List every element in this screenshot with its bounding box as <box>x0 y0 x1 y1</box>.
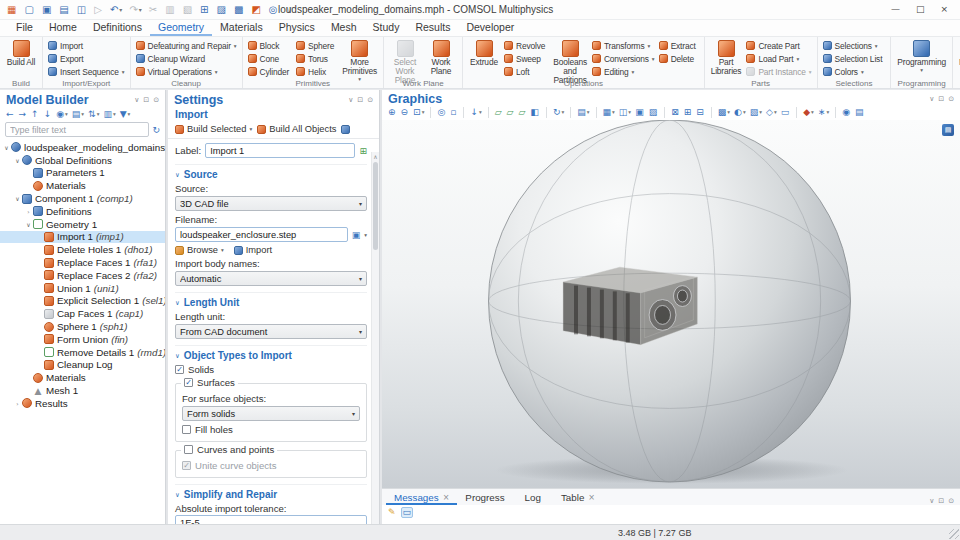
tree-item-root[interactable]: ∨ loudspeaker_modeling_domains.mph (root… <box>0 141 165 154</box>
tab-results[interactable]: Results <box>407 20 458 36</box>
delete-button[interactable]: Delete <box>659 52 699 65</box>
separator[interactable] <box>463 107 464 118</box>
tree-item-cleanup-log[interactable]: Cleanup Log <box>0 359 165 372</box>
tolerance-input[interactable] <box>175 515 367 524</box>
go-to-default-view-icon[interactable]: ↓▾ <box>470 108 481 117</box>
maximize-button[interactable]: □ <box>916 5 925 14</box>
duplicate-icon[interactable]: ⊞ <box>200 5 209 15</box>
tree-expander[interactable]: ∨ <box>13 195 22 202</box>
show-grid-icon[interactable]: ▭ <box>781 108 791 117</box>
cut-icon[interactable]: ✂ <box>149 5 158 15</box>
selection-list-button[interactable]: Selection List <box>823 52 886 65</box>
tree-item-import-1[interactable]: Import 1 (imp1) <box>0 231 165 244</box>
tree-item-results[interactable]: › Results <box>0 397 165 410</box>
scrollbar-thumb[interactable] <box>373 162 378 250</box>
transparency-icon[interactable]: ◐▾ <box>734 108 746 117</box>
label-field-input[interactable] <box>205 143 355 158</box>
panel-float-icon[interactable]: ⊡ <box>143 97 149 104</box>
helix-button[interactable]: Helix <box>296 65 337 78</box>
flip-view-icon[interactable]: ◧ <box>530 108 540 117</box>
virtual-operations-button[interactable]: Virtual Operations ▾ <box>136 65 237 78</box>
sphere-button[interactable]: Sphere <box>296 39 337 52</box>
zoom-to-selection-icon[interactable]: ▫ <box>450 108 457 117</box>
browse-button[interactable]: Browse ▾ <box>175 245 224 255</box>
tree-item-geometry-1[interactable]: ∨ Geometry 1 <box>0 218 165 231</box>
editing-button[interactable]: Editing ▾ <box>592 65 655 78</box>
zoom-in-icon[interactable]: ⊕ <box>388 108 397 117</box>
import-button[interactable]: Import <box>48 39 125 52</box>
minimize-button[interactable]: — <box>891 5 900 14</box>
selection-color-icon[interactable]: ◆▾ <box>803 108 814 117</box>
cylinder-button[interactable]: Cylinder <box>248 65 293 78</box>
tree-item-cap-faces-1[interactable]: Cap Faces 1 (cap1) <box>0 307 165 320</box>
separator[interactable] <box>596 107 597 118</box>
scene-light-icon[interactable]: ▤▾ <box>577 108 589 117</box>
loft-button[interactable]: Loft <box>504 65 548 78</box>
load-part-button[interactable]: Load Part ▾ <box>746 52 811 65</box>
extract-button[interactable]: Extract <box>659 39 699 52</box>
delete-icon[interactable]: ▨ <box>216 5 226 15</box>
tab-materials[interactable]: Materials <box>212 20 271 36</box>
go-to-zx-view-icon[interactable]: ▱ <box>519 108 527 117</box>
create-part-button[interactable]: Create Part <box>746 39 811 52</box>
solids-checkbox[interactable]: Solids <box>175 364 367 375</box>
import-body-names-dropdown[interactable]: Automatic ▾ <box>175 271 367 286</box>
view-3d-icon[interactable]: ⊠ <box>671 108 680 117</box>
zoom-box-icon[interactable]: ⊡▾ <box>413 108 424 117</box>
tab-study[interactable]: Study <box>365 20 408 36</box>
select-and-hide-icon[interactable]: ▣ <box>635 108 645 117</box>
settings-scrollbar[interactable]: ∧ <box>371 152 379 524</box>
colors-button[interactable]: Colors ▾ <box>823 65 886 78</box>
snapshot-icon[interactable]: ◉ <box>842 108 851 117</box>
tab-definitions[interactable]: Definitions <box>85 20 150 36</box>
for-surface-objects-dropdown[interactable]: Form solids ▾ <box>182 406 360 421</box>
section-object-types[interactable]: ∨ Object Types to Import <box>175 345 367 361</box>
panel-pin-icon[interactable]: ⊙ <box>367 97 373 104</box>
model-manager-icon[interactable]: ▩ <box>234 5 244 15</box>
collapse-expand-icon[interactable]: ▥▾ <box>103 110 115 119</box>
comsol-app-icon[interactable]: ▦ <box>7 5 17 15</box>
tree-expander[interactable]: › <box>24 208 33 215</box>
extrude-button[interactable]: Extrude <box>467 39 501 68</box>
go-to-xy-view-icon[interactable]: ▱ <box>495 108 503 117</box>
tree-item-materials-global[interactable]: Materials <box>0 179 165 192</box>
revolve-button[interactable]: Revolve <box>504 39 548 52</box>
panel-float-icon[interactable]: ⊡ <box>357 97 363 104</box>
tab-close-icon[interactable]: × <box>588 493 595 502</box>
tree-filter-input[interactable] <box>5 122 149 137</box>
run-icon[interactable]: ▷ <box>94 5 103 15</box>
separator[interactable] <box>546 107 547 118</box>
conversions-button[interactable]: Conversions ▾ <box>592 52 655 65</box>
save-preview-icon[interactable]: ◫ <box>77 5 87 15</box>
print-icon[interactable]: ▤ <box>855 108 865 117</box>
tab-table[interactable]: Table× <box>553 491 603 505</box>
more-primitives-button[interactable]: More Primitives ▾ <box>340 39 379 83</box>
canvas-overlay-button[interactable]: ▤ <box>942 124 954 136</box>
tab-progress[interactable]: Progress <box>457 491 516 505</box>
tree-item-explicit-selection-1[interactable]: Explicit Selection 1 (sel1) <box>0 295 165 308</box>
show-icon[interactable]: ◉▾ <box>56 110 68 119</box>
separator[interactable] <box>664 107 665 118</box>
tree-expander[interactable]: ∨ <box>24 221 33 228</box>
torus-button[interactable]: Torus <box>296 52 337 65</box>
separator[interactable] <box>796 107 797 118</box>
resize-grip[interactable] <box>949 529 959 539</box>
filter-icon[interactable]: ▼▾ <box>120 110 131 119</box>
cone-button[interactable]: Cone <box>248 52 293 65</box>
insert-sequence-button[interactable]: Insert Sequence ▾ <box>48 65 125 78</box>
tab-physics[interactable]: Physics <box>271 20 323 36</box>
tab-developer[interactable]: Developer <box>458 20 522 36</box>
cleanup-wizard-button[interactable]: Cleanup Wizard <box>136 52 237 65</box>
sort-icon[interactable]: ⇅▾ <box>88 110 99 119</box>
scroll-up-icon[interactable]: ∧ <box>372 153 379 160</box>
filename-input[interactable] <box>175 227 348 242</box>
tree-item-mesh-1[interactable]: ▲ Mesh 1 <box>0 384 165 397</box>
fill-holes-checkbox[interactable]: Fill holes <box>182 424 360 435</box>
build-preceding-icon[interactable] <box>341 125 350 134</box>
clear-messages-icon[interactable]: ✎ <box>388 508 396 517</box>
build-all-button[interactable]: Build All <box>4 39 38 68</box>
tree-item-global-definitions[interactable]: ∨ Global Definitions <box>0 154 165 167</box>
programming-button[interactable]: Programming ▾ <box>895 39 948 74</box>
new-file-icon[interactable]: ▢ <box>24 5 34 15</box>
transforms-button[interactable]: Transforms ▾ <box>592 39 655 52</box>
